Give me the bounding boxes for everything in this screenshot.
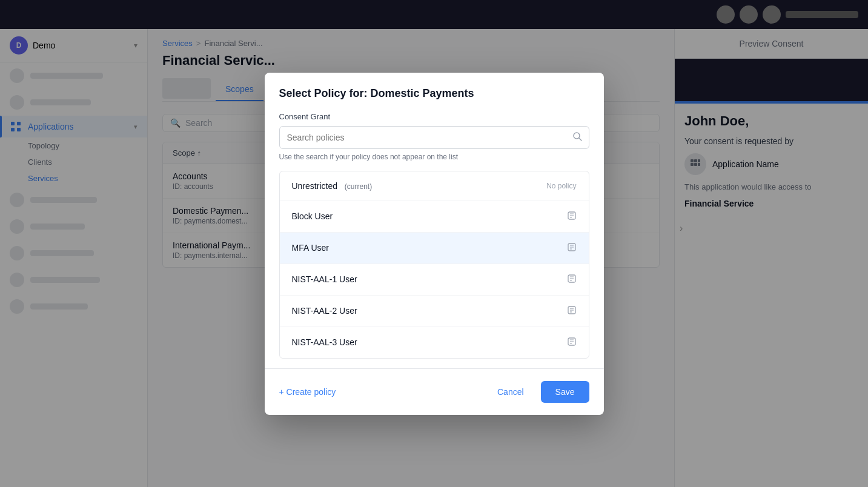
create-policy-link[interactable]: + Create policy xyxy=(279,387,336,397)
policy-name: NIST-AAL-3 User xyxy=(292,337,357,347)
edit-policy-icon[interactable] xyxy=(567,337,577,348)
search-hint: Use the search if your policy does not a… xyxy=(279,153,589,161)
policy-search-input[interactable] xyxy=(279,126,589,149)
policy-item[interactable]: NIST-AAL-1 User xyxy=(280,264,589,296)
policy-name: Block User xyxy=(292,211,333,221)
policy-name: MFA User xyxy=(292,243,329,253)
policy-name: NIST-AAL-1 User xyxy=(292,274,357,284)
policy-name: Unrestricted (current) xyxy=(292,181,373,191)
policy-search-wrapper xyxy=(279,126,589,149)
policy-name: NIST-AAL-2 User xyxy=(292,306,357,316)
edit-policy-icon[interactable] xyxy=(567,242,577,254)
modal-title: Select Policy for: Domestic Payments xyxy=(279,87,589,100)
edit-policy-icon[interactable] xyxy=(567,211,577,222)
edit-policy-icon[interactable] xyxy=(567,305,577,317)
modal-overlay: Select Policy for: Domestic Payments Con… xyxy=(0,0,868,487)
policy-search-icon xyxy=(572,131,582,144)
policy-badge: (current) xyxy=(345,182,372,191)
save-button[interactable]: Save xyxy=(541,381,589,403)
consent-grant-label: Consent Grant xyxy=(279,112,589,121)
policy-item[interactable]: Block User xyxy=(280,201,589,233)
footer-actions: Cancel Save xyxy=(488,381,589,403)
policy-item[interactable]: MFA User xyxy=(280,233,589,264)
policy-list: Unrestricted (current) No policy Block U… xyxy=(279,171,589,359)
no-policy-label: No policy xyxy=(546,182,576,190)
edit-policy-icon[interactable] xyxy=(567,274,577,285)
cancel-button[interactable]: Cancel xyxy=(488,381,534,403)
policy-item[interactable]: Unrestricted (current) No policy xyxy=(280,171,589,201)
svg-line-11 xyxy=(579,138,581,141)
modal-footer: + Create policy Cancel Save xyxy=(265,368,604,415)
policy-item[interactable]: NIST-AAL-3 User xyxy=(280,327,589,358)
modal-header: Select Policy for: Domestic Payments Con… xyxy=(265,73,604,161)
select-policy-modal: Select Policy for: Domestic Payments Con… xyxy=(265,73,604,415)
policy-item[interactable]: NIST-AAL-2 User xyxy=(280,296,589,327)
